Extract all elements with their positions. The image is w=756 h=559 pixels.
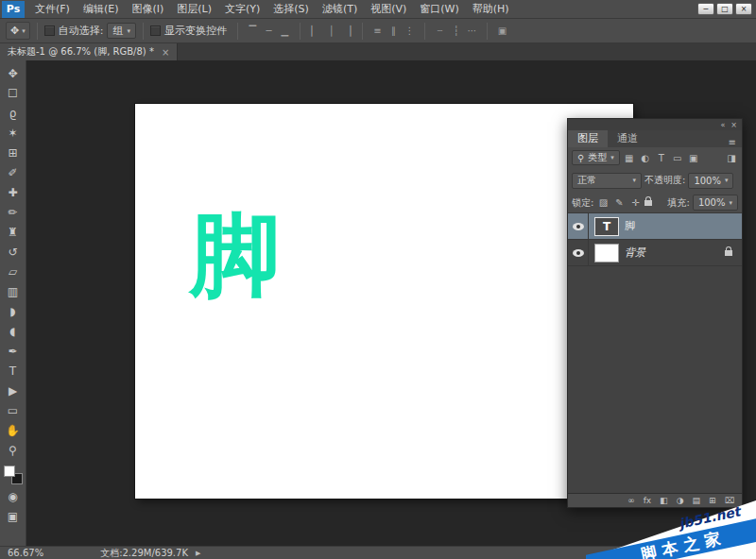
auto-select-mode-dropdown[interactable]: 组 ▾: [107, 23, 136, 39]
chevron-down-icon: ▾: [725, 177, 729, 184]
rectangle-tool[interactable]: ▭: [2, 400, 25, 420]
options-bar: ✥ ▾ 自动选择: 组 ▾ 显示变换控件 ▔ ─ ▁ ▏ │ ▕ ≡ ∥ ⋮ ┄…: [0, 19, 756, 43]
canvas-text: 脚: [190, 210, 281, 300]
align-top-edges-icon[interactable]: ▔: [246, 25, 260, 36]
separator: [424, 23, 425, 40]
document-tab[interactable]: 未标题-1 @ 66.7% (脚, RGB/8) * ×: [0, 43, 178, 60]
layer-visibility-cell[interactable]: [568, 240, 589, 265]
distribute-vertical-centers-icon[interactable]: ∥: [387, 25, 401, 36]
status-options-arrow-icon[interactable]: ▶: [196, 550, 200, 557]
zoom-tool[interactable]: ⚲: [2, 440, 25, 460]
menu-item-type[interactable]: 文字(Y): [218, 0, 266, 18]
fill-dropdown[interactable]: 100% ▾: [693, 195, 738, 211]
menu-item-help[interactable]: 帮助(H): [466, 0, 516, 18]
distribute-top-edges-icon[interactable]: ≡: [370, 25, 385, 36]
panel-menu-icon[interactable]: ≡: [729, 137, 742, 147]
layer-visibility-cell[interactable]: [568, 213, 589, 239]
align-horizontal-centers-icon[interactable]: │: [324, 25, 338, 36]
history-brush-tool[interactable]: ↺: [2, 242, 25, 262]
filter-shape-layers-icon[interactable]: ▭: [671, 153, 684, 163]
eye-icon[interactable]: [573, 249, 584, 257]
tab-layers[interactable]: 图层: [568, 130, 608, 147]
dodge-tool[interactable]: ◖: [2, 321, 25, 341]
quick-mask-mode-button[interactable]: ◉: [2, 486, 25, 506]
align-vertical-centers-icon[interactable]: ─: [262, 25, 276, 36]
show-transform-checkbox[interactable]: [150, 25, 161, 36]
filtering-toggle-icon[interactable]: ◨: [725, 153, 738, 163]
align-left-edges-icon[interactable]: ▏: [308, 25, 322, 36]
opacity-dropdown[interactable]: 100% ▾: [688, 173, 733, 189]
lasso-tool[interactable]: ϱ: [2, 103, 25, 123]
path-selection-tool[interactable]: ▶: [2, 381, 25, 400]
brush-tool[interactable]: ✏: [2, 202, 25, 222]
layer-name[interactable]: 脚: [625, 219, 635, 233]
lock-all-icon[interactable]: [644, 200, 652, 206]
close-button[interactable]: ×: [735, 3, 752, 15]
color-swatches[interactable]: [4, 466, 23, 484]
clone-stamp-tool[interactable]: ♜: [2, 222, 25, 242]
filter-adjustment-layers-icon[interactable]: ◐: [639, 153, 652, 163]
minimize-button[interactable]: ─: [697, 3, 714, 15]
distribute-right-edges-icon[interactable]: ⋯: [465, 25, 479, 36]
filter-pixel-layers-icon[interactable]: ▦: [623, 153, 636, 163]
panel-close-icon[interactable]: ×: [730, 121, 737, 129]
chevron-down-icon: ▾: [127, 27, 130, 35]
zoom-level-field[interactable]: 66.67%: [8, 548, 43, 558]
filter-type-layers-icon[interactable]: T: [655, 153, 668, 163]
eye-icon[interactable]: [573, 223, 584, 230]
menu-item-layer[interactable]: 图层(L): [170, 0, 218, 18]
auto-select-label: 自动选择:: [59, 24, 104, 38]
layer-name[interactable]: 背景: [625, 246, 645, 260]
rectangular-marquee-tool[interactable]: ☐: [2, 83, 25, 103]
watermark: jb51.net 脚本之家: [586, 500, 756, 559]
distribute-horizontal-centers-icon[interactable]: ┆: [449, 25, 463, 36]
maximize-button[interactable]: □: [716, 3, 733, 15]
menu-item-filter[interactable]: 滤镜(T): [316, 0, 364, 18]
align-right-edges-icon[interactable]: ▕: [340, 25, 354, 36]
auto-select-checkbox[interactable]: [44, 25, 55, 36]
text-layer-thumbnail[interactable]: T: [594, 217, 619, 236]
crop-tool[interactable]: ⊞: [2, 143, 25, 162]
spot-healing-brush-tool[interactable]: ✚: [2, 182, 25, 202]
layer-row-background[interactable]: 背景: [568, 240, 742, 266]
auto-align-layers-icon[interactable]: ▣: [495, 25, 509, 36]
foreground-color-swatch[interactable]: [4, 466, 15, 477]
menu-item-file[interactable]: 文件(F): [28, 0, 77, 18]
menu-item-edit[interactable]: 编辑(E): [77, 0, 126, 18]
lock-pixels-icon[interactable]: ✎: [612, 197, 626, 208]
menu-item-image[interactable]: 图像(I): [125, 0, 170, 18]
menu-item-window[interactable]: 窗口(W): [413, 0, 465, 18]
distribute-left-edges-icon[interactable]: ┄: [433, 25, 447, 36]
tool-preset-picker[interactable]: ✥ ▾: [6, 22, 30, 40]
tab-close-icon[interactable]: ×: [162, 47, 169, 58]
screen-mode-button[interactable]: ▣: [2, 506, 25, 526]
align-bottom-edges-icon[interactable]: ▁: [278, 25, 292, 36]
layers-panel: « × 图层 通道 ≡ ⚲ 类型 ▾ ▦ ◐ T ▭ ▣ ◨ 正常 ▾: [567, 118, 743, 508]
type-tool[interactable]: T: [2, 361, 25, 381]
layer-filter-dropdown[interactable]: ⚲ 类型 ▾: [572, 150, 620, 165]
layers-panel-header[interactable]: « ×: [568, 119, 742, 130]
quick-selection-tool[interactable]: ✶: [2, 123, 25, 143]
filter-smart-objects-icon[interactable]: ▣: [687, 153, 700, 163]
menu-item-select[interactable]: 选择(S): [266, 0, 316, 18]
fill-value: 100%: [698, 197, 726, 208]
hand-tool[interactable]: ✋: [2, 420, 25, 440]
gradient-tool[interactable]: ▥: [2, 281, 25, 301]
document-canvas[interactable]: 脚: [135, 104, 633, 499]
eyedropper-tool[interactable]: ✐: [2, 162, 25, 182]
layer-row-text[interactable]: T 脚: [568, 213, 742, 240]
tab-channels[interactable]: 通道: [608, 130, 647, 147]
blend-mode-dropdown[interactable]: 正常 ▾: [572, 173, 642, 189]
lock-transparency-icon[interactable]: ▨: [596, 197, 610, 208]
distribute-bottom-edges-icon[interactable]: ⋮: [403, 25, 417, 36]
lock-position-icon[interactable]: ✛: [628, 197, 642, 208]
menu-item-view[interactable]: 视图(V): [364, 0, 413, 18]
eraser-tool[interactable]: ▱: [2, 262, 25, 281]
separator: [487, 23, 488, 40]
pen-tool[interactable]: ✒: [2, 341, 25, 361]
blur-tool[interactable]: ◗: [2, 301, 25, 321]
background-layer-thumbnail[interactable]: [594, 244, 619, 263]
panel-collapse-icon[interactable]: «: [720, 121, 725, 129]
move-tool[interactable]: ✥: [2, 63, 25, 83]
app-logo[interactable]: Ps: [2, 1, 25, 18]
